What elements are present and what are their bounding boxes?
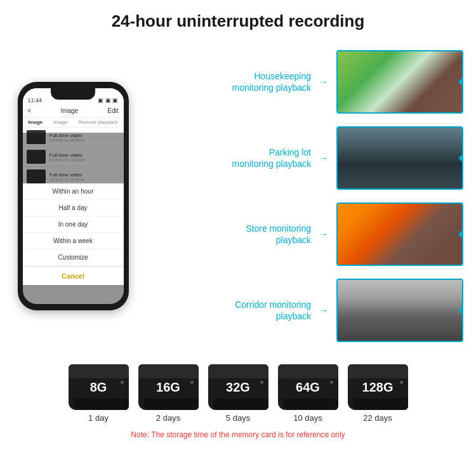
photo-arrow <box>458 305 463 315</box>
phone-container: 11:44 ▣ ▣ ▣ < Image Edit Image Image Rem… <box>13 37 133 355</box>
phone-icons: ▣ ▣ ▣ <box>98 97 118 103</box>
housekeeping-label: Housekeepingmonitoring playback <box>143 70 311 93</box>
corridor-photo <box>336 279 463 342</box>
phone-dropdown-menu: Within an hour Half a day In one day Wit… <box>23 183 124 285</box>
parking-photo <box>336 126 463 190</box>
note-text: Note: The storage time of the memory car… <box>131 430 345 439</box>
phone-mockup: 11:44 ▣ ▣ ▣ < Image Edit Image Image Rem… <box>18 82 129 310</box>
sd-card-dot <box>260 381 263 384</box>
sd-card-dot <box>330 381 333 384</box>
arrow-icon: → <box>317 153 330 163</box>
phone-screen: 11:44 ▣ ▣ ▣ < Image Edit Image Image Rem… <box>23 88 124 304</box>
photo-bg <box>338 51 462 112</box>
page-header: 24-hour uninterrupted recording <box>0 0 476 37</box>
phone-nav-title: Image <box>60 107 78 114</box>
sd-card-dot <box>190 381 194 384</box>
dropdown-item-halfday[interactable]: Half a day <box>23 200 124 216</box>
phone-tabs: Image Image Remote playback <box>23 117 124 128</box>
sd-days-16g: 2 days <box>156 413 180 423</box>
corridor-label: Corridor monitoringplayback <box>143 299 311 322</box>
page-title: 24-hour uninterrupted recording <box>13 11 463 31</box>
sd-size-64g: 64G <box>296 380 320 395</box>
sd-card-32g: 32G <box>208 364 268 410</box>
phone-edit[interactable]: Edit <box>107 107 118 114</box>
dropdown-cancel-button[interactable]: Cancel <box>23 266 124 285</box>
dropdown-item-oneday[interactable]: In one day <box>23 216 124 233</box>
sd-size-32g: 32G <box>226 380 250 395</box>
phone-back[interactable]: < <box>28 107 32 114</box>
sd-section: 8G 1 day 16G 2 days 32G 5 days 64G 10 da… <box>0 355 476 442</box>
sd-card-item-64g: 64G 10 days <box>278 364 338 423</box>
sd-card-dot <box>121 381 124 384</box>
sd-days-8g: 1 day <box>88 413 109 423</box>
dropdown-item-hour[interactable]: Within an hour <box>23 183 124 200</box>
sd-days-128g: 22 days <box>363 413 392 423</box>
sd-card-dot <box>400 381 403 384</box>
sd-card-8g: 8G <box>69 364 129 410</box>
phone-time: 11:44 <box>28 97 43 103</box>
monitoring-row-store: Store monitoringplayback → <box>143 202 463 266</box>
sd-days-64g: 10 days <box>293 413 322 423</box>
sd-card-item-128g: 128G 22 days <box>348 364 408 423</box>
sd-size-128g: 128G <box>362 380 393 395</box>
photo-bg <box>338 280 462 341</box>
photo-bg <box>338 204 462 265</box>
phone-notch <box>51 88 95 100</box>
dropdown-item-customize[interactable]: Customize <box>23 249 124 266</box>
arrow-icon: → <box>317 305 330 315</box>
photo-arrow <box>458 229 463 239</box>
sd-cards-row: 8G 1 day 16G 2 days 32G 5 days 64G 10 da… <box>69 364 408 423</box>
arrow-icon: → <box>317 229 330 239</box>
sd-size-8g: 8G <box>90 380 107 395</box>
phone-tab-remote[interactable]: Remote playback <box>79 119 118 125</box>
photo-bg <box>338 128 462 188</box>
monitoring-container: Housekeepingmonitoring playback → Parkin… <box>143 37 463 355</box>
monitoring-row-parking: Parking lotmonitoring playback → <box>143 126 463 190</box>
sd-card-16g: 16G <box>138 364 199 410</box>
monitoring-row-housekeeping: Housekeepingmonitoring playback → <box>143 50 463 114</box>
phone-dropdown-overlay: Within an hour Half a day In one day Wit… <box>23 133 124 304</box>
housekeeping-photo <box>336 50 463 114</box>
sd-size-16g: 16G <box>156 380 180 395</box>
phone-tab-image2[interactable]: Image <box>54 119 68 125</box>
sd-card-item-16g: 16G 2 days <box>138 364 199 423</box>
dropdown-item-week[interactable]: Within a week <box>23 233 124 249</box>
sd-days-32g: 5 days <box>226 413 250 423</box>
photo-arrow <box>458 153 463 163</box>
phone-tab-image[interactable]: Image <box>28 119 43 125</box>
photo-arrow <box>458 77 463 87</box>
monitoring-row-corridor: Corridor monitoringplayback → <box>143 279 463 342</box>
store-label: Store monitoringplayback <box>143 223 311 246</box>
sd-card-item-32g: 32G 5 days <box>208 364 268 423</box>
sd-card-item-8g: 8G 1 day <box>69 364 129 423</box>
arrow-icon: → <box>317 77 330 87</box>
parking-label: Parking lotmonitoring playback <box>143 147 311 169</box>
sd-card-64g: 64G <box>278 364 338 410</box>
store-photo <box>336 202 463 266</box>
sd-card-128g: 128G <box>348 364 408 410</box>
phone-nav: < Image Edit <box>23 105 124 117</box>
main-content: 11:44 ▣ ▣ ▣ < Image Edit Image Image Rem… <box>0 37 476 355</box>
